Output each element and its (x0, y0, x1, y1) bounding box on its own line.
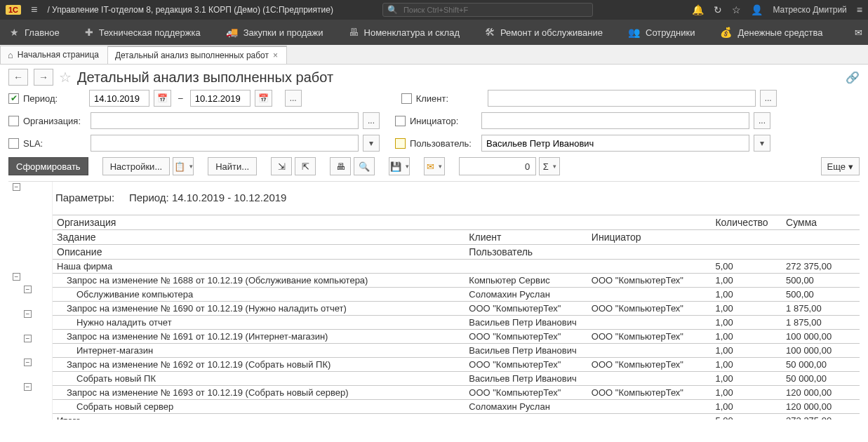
tree-toggle[interactable]: − (13, 183, 20, 191)
cell-qty: 1,00 (711, 372, 782, 386)
people-icon: 👥 (628, 27, 640, 38)
client-input[interactable] (488, 90, 756, 107)
table-row[interactable]: Запрос на изменение № 1691 от 10.12.19 (… (53, 330, 860, 344)
print-button[interactable]: 🖶 (330, 157, 351, 175)
numeric-sum-field[interactable]: 0 (459, 157, 536, 175)
total-row: Итого 5,00 272 375,00 (53, 414, 860, 420)
org-choose-button[interactable]: ... (363, 112, 380, 129)
tree-toggle[interactable]: − (24, 310, 32, 318)
generate-button[interactable]: Сформировать (8, 157, 88, 175)
more-button[interactable]: Еще ▾ (821, 157, 860, 175)
date-from-input[interactable] (89, 90, 149, 107)
date-to-input[interactable] (190, 90, 251, 107)
table-row[interactable]: Интернет-магазинВасильев Петр Иванович1,… (53, 344, 860, 358)
checkbox-initiator[interactable] (395, 116, 406, 126)
expand-all-button[interactable]: ⇲ (271, 157, 292, 175)
section-repair[interactable]: 🛠 Ремонт и обслуживание (481, 20, 607, 45)
section-staff[interactable]: 👥 Сотрудники (624, 20, 699, 45)
preview-button[interactable]: 🔍 (354, 157, 375, 175)
section-support[interactable]: ✚ Техническая поддержка (81, 20, 205, 45)
cell-sum: 500,00 (782, 288, 860, 302)
more-menu-icon[interactable]: ≡ (857, 4, 862, 15)
table-row[interactable]: Запрос на изменение № 1688 от 10.12.19 (… (53, 274, 860, 288)
menu-burger-icon[interactable]: ≡ (28, 4, 40, 16)
table-row[interactable]: Собрать новый ПКВасильев Петр Иванович1,… (53, 372, 860, 386)
global-search-input[interactable] (402, 5, 588, 15)
header-client: Клиент (465, 230, 587, 245)
cell-qty: 5,00 (711, 260, 782, 274)
report-params-text: Период: 14.10.2019 - 10.12.2019 (129, 192, 286, 203)
checkbox-sla[interactable] (8, 138, 19, 149)
client-choose-button[interactable]: ... (760, 90, 777, 107)
table-row[interactable]: Собрать новый серверСоломахин Руслан1,00… (53, 400, 860, 414)
star-icon[interactable]: ☆ (732, 4, 741, 15)
section-stock[interactable]: 🖶 Номенклатура и склад (345, 20, 464, 45)
calendar-to-icon[interactable]: 📅 (255, 90, 272, 107)
tab-home[interactable]: ⌂ Начальная страница (0, 46, 108, 64)
calendar-from-icon[interactable]: 📅 (154, 90, 171, 107)
initiator-choose-button[interactable]: ... (754, 112, 770, 129)
page-title: Детальный анализ выполненных работ (77, 69, 333, 86)
cell-client: ООО "КомпьютерТех" (465, 386, 587, 400)
table-row[interactable]: Нужно наладить отчетВасильев Петр Иванов… (53, 316, 860, 330)
cell-text: Собрать новый сервер (53, 400, 465, 414)
mail-icon[interactable]: ✉ (855, 27, 862, 38)
period-choose-button[interactable]: ... (285, 90, 302, 107)
variant-button[interactable]: 📋▾ (173, 157, 194, 175)
tree-toggle[interactable]: − (13, 273, 20, 281)
report-table: Организация Количество Сумма Задание Кли… (53, 215, 860, 420)
section-money[interactable]: 💰 Денежные средства (716, 20, 827, 45)
checkbox-period[interactable]: ✔ (8, 93, 19, 104)
cell-text: Интернет-магазин (53, 344, 465, 358)
save-button[interactable]: 💾▾ (389, 157, 410, 175)
settings-button[interactable]: Настройки... (102, 157, 171, 175)
sla-input[interactable] (91, 135, 359, 152)
bell-icon[interactable]: 🔔 (692, 4, 704, 15)
header-qty: Количество (711, 215, 782, 230)
sum-button[interactable]: Σ▾ (539, 157, 560, 175)
table-row[interactable]: Запрос на изменение № 1693 от 10.12.19 (… (53, 386, 860, 400)
initiator-input[interactable] (481, 112, 749, 129)
table-row[interactable]: Запрос на изменение № 1692 от 10.12.19 (… (53, 358, 860, 372)
favorite-star-icon[interactable]: ☆ (59, 69, 72, 86)
toolbar: Сформировать Настройки... 📋▾ Найти... ⇲ … (8, 157, 860, 175)
global-search[interactable]: 🔍 (382, 3, 593, 17)
tab-report[interactable]: Детальный анализ выполненных работ × (107, 46, 287, 64)
checkbox-user[interactable] (395, 138, 406, 149)
checkbox-client[interactable] (401, 93, 412, 104)
table-row[interactable]: Запрос на изменение № 1690 от 10.12.19 (… (53, 302, 860, 316)
find-button[interactable]: Найти... (208, 157, 257, 175)
user-icon[interactable]: 👤 (751, 4, 763, 15)
history-icon[interactable]: ↻ (714, 4, 722, 15)
cell-initiator: ООО "КомпьютерТех" (587, 358, 712, 372)
variant-icon: 📋 (174, 161, 185, 172)
cell-initiator: ООО "КомпьютерТех" (587, 330, 712, 344)
nav-forward-button[interactable]: → (34, 69, 53, 86)
user-dropdown-icon[interactable]: ▾ (754, 135, 770, 152)
report-body[interactable]: Параметры: Период: 14.10.2019 - 10.12.20… (53, 182, 860, 420)
section-main[interactable]: ★ Главное (6, 20, 64, 45)
table-row[interactable]: Обслуживание компьютераСоломахин Руслан1… (53, 288, 860, 302)
table-row[interactable]: Наша фирма5,00272 375,00 (53, 260, 860, 274)
cell-client: Соломахин Руслан (465, 288, 587, 302)
user-input[interactable] (481, 135, 749, 152)
numeric-sum-value: 0 (525, 161, 530, 172)
close-icon[interactable]: × (273, 51, 278, 60)
cell-client: Васильев Петр Иванович (465, 316, 587, 330)
checkbox-org[interactable] (8, 116, 19, 126)
tree-toggle[interactable]: − (24, 286, 32, 293)
collapse-all-button[interactable]: ⇱ (295, 157, 316, 175)
tree-toggle[interactable]: − (24, 383, 32, 391)
section-purchase[interactable]: 🚚 Закупки и продажи (222, 20, 328, 45)
cell-text: Запрос на изменение № 1688 от 10.12.19 (… (53, 274, 465, 288)
sla-dropdown-icon[interactable]: ▾ (363, 135, 380, 152)
tree-toggle[interactable]: − (24, 335, 32, 342)
truck-icon: 🚚 (226, 27, 238, 38)
send-mail-button[interactable]: ✉▾ (424, 157, 445, 175)
cell-sum: 120 000,00 (782, 386, 860, 400)
nav-back-button[interactable]: ← (8, 69, 28, 86)
tree-toggle[interactable]: − (24, 359, 32, 366)
org-input[interactable] (91, 112, 359, 129)
link-icon[interactable]: 🔗 (846, 71, 860, 84)
cell-initiator (587, 372, 712, 386)
